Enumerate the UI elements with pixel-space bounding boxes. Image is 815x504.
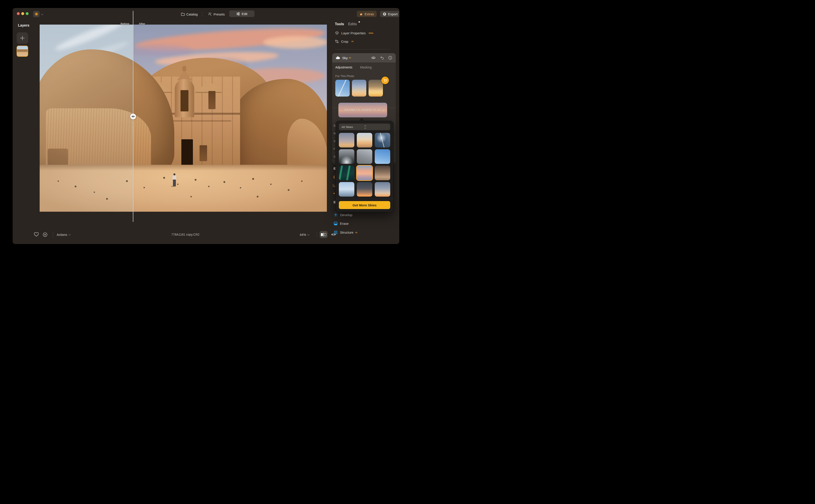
desert-ground <box>133 165 327 212</box>
rock-recess <box>48 149 68 180</box>
actions-menu[interactable]: Actions <box>57 232 70 237</box>
select-updown-icon <box>365 126 388 128</box>
facade-niche <box>208 91 215 109</box>
favorite-button[interactable] <box>34 232 39 237</box>
zoom-window-button[interactable] <box>26 12 29 15</box>
sky-tool-title: Sky <box>342 56 348 60</box>
extras-button[interactable]: Extras <box>357 11 377 17</box>
tab-masking[interactable]: Masking <box>360 66 372 69</box>
monastery-door <box>181 139 193 166</box>
for-this-photo-label: For This Photo <box>335 74 354 78</box>
tool-develop[interactable]: Develop <box>334 213 352 217</box>
hill-behind-monument <box>133 55 276 155</box>
sky-option-daylight-clouds[interactable] <box>339 182 354 197</box>
tool-label: Layer Properties <box>341 31 366 35</box>
pediment <box>195 80 222 93</box>
facade-cornice <box>149 120 231 122</box>
layers-title: Layers <box>18 23 29 27</box>
cart-icon <box>383 79 387 82</box>
tool-structure[interactable]: Structure AI <box>334 230 357 235</box>
hidden-section-fragment: E <box>334 200 336 204</box>
edits-notification-dot <box>359 21 360 23</box>
sky-option-dark-sunset[interactable] <box>357 182 372 197</box>
layer-thumbnail[interactable] <box>17 46 28 57</box>
before-label: Before <box>119 22 129 25</box>
zoom-level-value: 44% <box>300 233 306 236</box>
sky-option-pink-sunset[interactable] <box>357 166 372 180</box>
tool-erase[interactable]: Erase <box>334 221 349 226</box>
magic-wand-icon <box>208 12 212 16</box>
logo-menu-chevron-icon[interactable] <box>41 13 43 15</box>
sunset-cloud <box>134 25 326 55</box>
close-window-button[interactable] <box>17 12 20 15</box>
ground-shadow <box>133 165 327 171</box>
plus-icon <box>20 36 25 41</box>
sky-filter-value: All Skies <box>342 125 365 129</box>
app-window: Catalog Presets Edit Extras <box>13 8 399 244</box>
zoom-level-menu[interactable]: 44% <box>300 232 309 237</box>
export-arrow-icon <box>383 12 386 16</box>
tab-edit[interactable]: Edit <box>229 10 254 17</box>
arrow-left-icon <box>131 115 133 118</box>
sky-option-hazy-sunset[interactable] <box>375 182 390 197</box>
person <box>173 180 176 186</box>
tab-presets[interactable]: Presets <box>207 11 227 17</box>
sky-pack-name: DRAMATIC SUNSETS 01 <box>344 109 381 112</box>
desert-ground <box>40 165 133 212</box>
sky-option-blue-cirrus[interactable] <box>375 149 390 164</box>
monastery-step <box>177 166 198 168</box>
ai-badge: AI <box>351 40 354 43</box>
sliders-icon <box>236 12 240 16</box>
tab-edits[interactable]: Edits <box>348 22 357 26</box>
compare-split-handle[interactable] <box>130 114 136 119</box>
desert-shrubs <box>40 165 41 166</box>
structure-dots-icon <box>334 230 338 235</box>
sky-option-aurora[interactable] <box>339 166 354 180</box>
puzzle-icon <box>359 12 363 16</box>
reject-button[interactable] <box>43 232 47 237</box>
sky-filter-select[interactable]: All Skies <box>339 124 390 130</box>
tab-tools[interactable]: Tools <box>335 22 344 26</box>
sky-option-lightning[interactable] <box>375 133 390 147</box>
tool-crop[interactable]: Crop AI <box>335 39 354 43</box>
folder-icon <box>181 13 185 16</box>
tab-catalog[interactable]: Catalog <box>179 11 200 17</box>
sky-option-storm-flash[interactable] <box>339 149 354 164</box>
ground-shadow <box>40 165 133 171</box>
sunset-cloud <box>137 77 241 87</box>
monastery-facade <box>140 77 240 170</box>
tab-adjustments[interactable]: Adjustments <box>335 66 352 69</box>
photo-sky-soft-sunset[interactable] <box>352 80 366 97</box>
export-button[interactable]: Export <box>380 11 399 17</box>
info-icon[interactable] <box>388 56 392 60</box>
compare-view-toggle[interactable] <box>320 231 328 238</box>
photo-sky-golden-sunset[interactable] <box>369 80 383 97</box>
visibility-eye-icon[interactable] <box>371 56 376 60</box>
filename-label: 778A1181 copy.CR2 <box>146 233 225 236</box>
tab-divider <box>202 12 202 17</box>
sky-option-sepia-clouds[interactable] <box>375 166 390 180</box>
cart-badge-button[interactable] <box>381 77 389 84</box>
actions-label: Actions <box>57 233 67 236</box>
tholos-cone <box>177 70 192 80</box>
minimize-window-button[interactable] <box>21 12 24 15</box>
photo-sky-blue-sky-contrail[interactable] <box>335 80 350 97</box>
sky-pack-selector[interactable]: DRAMATIC SUNSETS 01 <box>338 103 387 117</box>
cirrus-wisp <box>74 39 130 65</box>
get-more-skies-button[interactable]: Get More Skies <box>339 201 390 209</box>
sky-option-golden-horizon[interactable] <box>357 133 372 147</box>
sky-tool-header[interactable]: Sky AI <box>332 53 396 62</box>
app-logo-button[interactable] <box>33 11 40 17</box>
eraser-icon <box>334 221 338 226</box>
tool-layer-properties[interactable]: Layer Properties PRO <box>335 31 373 35</box>
left-cliff <box>40 49 133 180</box>
hidden-tool-icon-fragment: ❨ <box>333 175 336 179</box>
tab-presets-label: Presets <box>213 12 225 16</box>
add-layer-button[interactable] <box>17 32 28 44</box>
facade-niche <box>155 145 163 161</box>
tholos-urn <box>182 66 186 72</box>
sunset-cloud <box>235 68 325 84</box>
sky-option-overcast[interactable] <box>357 149 372 164</box>
undo-icon[interactable] <box>380 56 384 60</box>
sky-option-dusk-clouds[interactable] <box>339 133 354 147</box>
